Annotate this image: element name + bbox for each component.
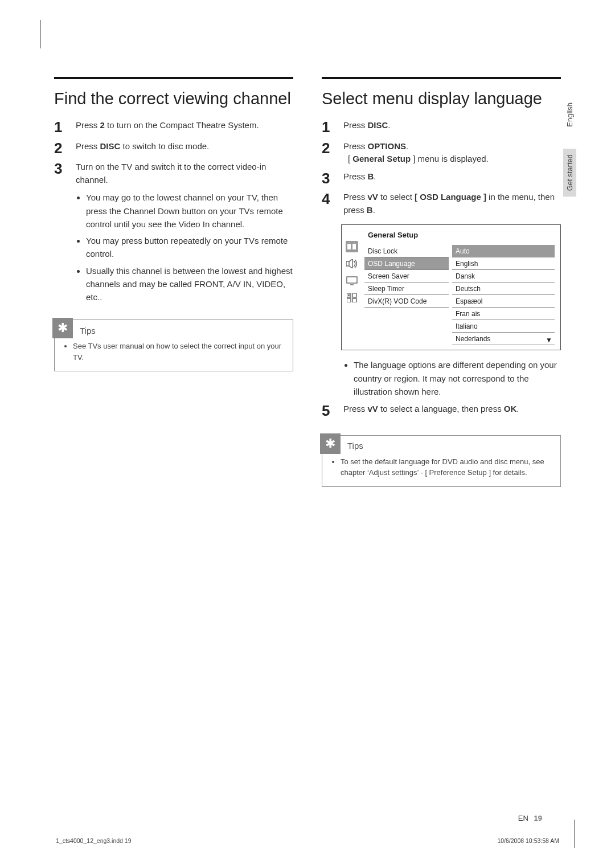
bullet: Usually this channel is between the lowe… — [86, 264, 293, 304]
key: [ Preference Setup ] — [425, 468, 491, 477]
osd-menu-items: Disc Lock OSD Language Screen Saver Slee… — [364, 245, 449, 345]
key: OPTIONS — [368, 141, 407, 151]
osd-sidebar-icons — [342, 225, 362, 350]
text: Press — [76, 141, 100, 151]
svg-rect-4 — [346, 261, 349, 266]
svg-rect-8 — [352, 293, 356, 297]
svg-rect-10 — [352, 298, 356, 302]
bullet: The language options are different depen… — [354, 358, 561, 398]
indesign-file: 1_cts4000_12_eng3.indd 19 — [56, 837, 132, 844]
svg-rect-5 — [347, 277, 357, 283]
left-bullets: You may go to the lowest channel on your… — [86, 191, 293, 304]
tips-box: ✱ Tips See TVs user manual on how to sel… — [54, 320, 293, 371]
osd-option: Espaæol — [452, 295, 555, 308]
osd-option: Dansk — [452, 270, 555, 282]
step-text: Turn on the TV and switch it to the corr… — [76, 161, 293, 186]
osd-option: Italiano — [452, 320, 555, 333]
svg-rect-1 — [352, 244, 356, 249]
key: vV — [368, 404, 378, 413]
key: DISC — [100, 141, 121, 151]
step-3: 3 Turn on the TV and switch it to the co… — [54, 161, 293, 186]
step-number: 3 — [322, 170, 334, 187]
osd-screenshot: General Setup Disc Lock OSD Language Scr… — [341, 224, 561, 350]
right-heading: Select menu display language — [322, 88, 561, 109]
step-number: 1 — [54, 119, 67, 136]
svg-point-2 — [348, 243, 350, 243]
step-text: Press 2 to turn on the Compact Theatre S… — [76, 119, 293, 132]
tips-header: ✱ Tips — [322, 436, 560, 456]
text: to select — [378, 192, 415, 202]
text: for details. — [491, 468, 527, 477]
step-text: Press vV to select a language, then pres… — [343, 403, 561, 416]
content-columns: Find the correct viewing channel 1 Press… — [54, 77, 561, 487]
text: to select a language, then press — [378, 404, 504, 413]
svg-rect-0 — [347, 244, 351, 249]
chevron-down-icon: ▼ — [546, 336, 552, 344]
indesign-timestamp: 10/6/2008 10:53:58 AM — [497, 837, 559, 844]
osd-title: General Setup — [364, 231, 555, 245]
osd-option: Nederlands — [452, 333, 555, 345]
preference-setup-icon — [346, 292, 358, 304]
bullet: You may go to the lowest channel on your… — [86, 191, 293, 231]
osd-option-selected: Auto — [452, 245, 555, 257]
tips-title: Tips — [343, 436, 363, 456]
text: Press — [343, 404, 368, 413]
text: ] menu is displayed. — [411, 154, 489, 163]
general-setup-icon — [346, 241, 358, 252]
step-number: 3 — [54, 161, 67, 177]
tips-body: See TVs user manual on how to select the… — [55, 341, 293, 371]
audio-setup-icon — [346, 258, 358, 269]
osd-options: Auto English Dansk Deutsch Espaæol Fran … — [452, 245, 555, 345]
text: Press — [343, 120, 368, 130]
step-number: 1 — [322, 119, 334, 136]
key: B — [368, 171, 374, 181]
text: . — [406, 141, 408, 151]
step-number: 5 — [322, 403, 334, 419]
step-number: 4 — [322, 191, 334, 207]
osd-item: DivX(R) VOD Code — [364, 295, 449, 308]
step-1: 1 Press 2 to turn on the Compact Theatre… — [54, 119, 293, 136]
step-text: Press DISC to switch to disc mode. — [76, 140, 293, 153]
step-1: 1 Press DISC. — [322, 119, 561, 136]
osd-grid: Disc Lock OSD Language Screen Saver Slee… — [364, 245, 555, 345]
right-post-bullets: The language options are different depen… — [354, 358, 561, 398]
step-subtext: [ General Setup ] menu is displayed. — [348, 153, 561, 166]
text: Press — [343, 171, 368, 181]
section-rule — [322, 77, 561, 79]
key: OK — [504, 404, 517, 413]
left-steps: 1 Press 2 to turn on the Compact Theatre… — [54, 119, 293, 186]
side-tabs: English Get started — [563, 97, 576, 196]
right-column: Select menu display language 1 Press DIS… — [322, 77, 561, 487]
text: . — [516, 404, 519, 413]
osd-option: Deutsch — [452, 282, 555, 295]
text: Press — [76, 120, 100, 130]
osd-item-selected: OSD Language — [364, 257, 449, 270]
step-4: 4 Press vV to select [ OSD Language ] in… — [322, 191, 561, 216]
tips-header: ✱ Tips — [55, 320, 293, 341]
osd-option: Fran ais — [452, 308, 555, 320]
step-3: 3 Press B. — [322, 170, 561, 187]
tips-box: ✱ Tips To set the default language for D… — [322, 435, 561, 487]
step-number: 2 — [54, 140, 67, 157]
page-footer: EN 19 — [518, 814, 542, 822]
tips-body: To set the default language for DVD audi… — [322, 456, 560, 486]
text: . — [388, 120, 390, 130]
key: B — [367, 205, 373, 215]
text: . — [374, 171, 376, 181]
asterisk-icon: ✱ — [52, 318, 73, 338]
key: [ OSD Language ] — [415, 192, 486, 202]
text: to switch to disc mode. — [120, 141, 209, 151]
crop-mark-top-left — [40, 20, 54, 48]
section-rule — [54, 77, 293, 79]
key: General Setup — [352, 154, 411, 163]
tips-item: To set the default language for DVD audi… — [341, 456, 552, 478]
step-2: 2 Press DISC to switch to disc mode. — [54, 140, 293, 157]
key: vV — [368, 192, 378, 202]
side-tab-language: English — [563, 97, 576, 133]
left-column: Find the correct viewing channel 1 Press… — [54, 77, 293, 487]
footer-lang: EN — [518, 814, 528, 822]
text: to turn on the Compact Theatre System. — [105, 120, 259, 130]
osd-item: Disc Lock — [364, 245, 449, 257]
svg-point-3 — [354, 243, 355, 243]
key: DISC — [368, 120, 388, 130]
